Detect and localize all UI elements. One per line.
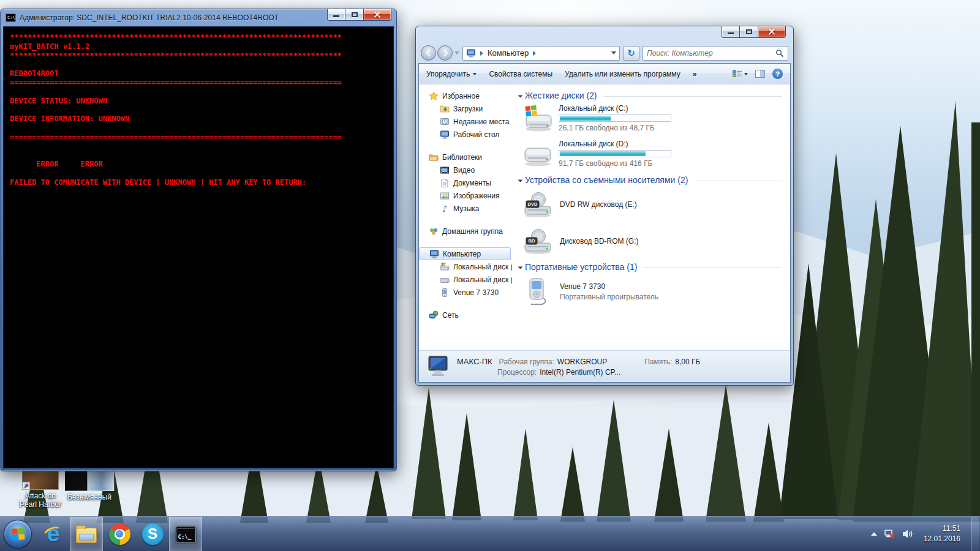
network-icon	[429, 310, 439, 320]
device-item-dvd[interactable]: DVD DVD RW дисковод (E:)	[522, 189, 784, 220]
start-button[interactable]	[4, 520, 32, 548]
taskbar-clock[interactable]: 11:51 12.01.2016	[924, 523, 960, 545]
taskbar-cmd[interactable]: C:\_	[169, 517, 202, 551]
navigation-bar: Компьютер ↻	[416, 43, 793, 63]
chevron-down-icon	[473, 73, 477, 75]
computer-icon	[466, 48, 476, 58]
sidebar-item-music[interactable]: ♪ Музыка	[419, 202, 511, 215]
desktop-icon-label: Pearl Harbor	[4, 500, 77, 509]
forward-button[interactable]	[437, 45, 453, 61]
taskbar-chrome[interactable]	[103, 517, 136, 551]
maximize-button[interactable]	[345, 9, 363, 21]
section-hard-disks-header[interactable]: Жесткие диски (2)	[517, 91, 784, 100]
back-button[interactable]	[421, 45, 436, 61]
navigation-pane: Избранное Загрузки Недавние места Рабочи…	[419, 84, 512, 350]
explorer-caption-buttons	[722, 26, 786, 38]
search-box[interactable]	[643, 46, 788, 61]
address-dropdown-icon[interactable]	[611, 51, 616, 54]
drive-name: Локальный диск (D:)	[559, 140, 671, 148]
organize-menu[interactable]: Упорядочить	[426, 70, 477, 78]
sidebar-item-downloads[interactable]: Загрузки	[419, 102, 511, 115]
pictures-icon	[440, 191, 450, 201]
drive-icon	[440, 275, 450, 285]
free-space-text: 26,1 ГБ свободно из 48,7 ГБ	[559, 124, 671, 132]
portable-device-icon	[440, 288, 450, 298]
sidebar-item-venue-7-3730[interactable]: Venue 7 3730	[419, 286, 511, 299]
system-properties-button[interactable]: Свойства системы	[489, 70, 552, 78]
sidebar-item-local-disk-c[interactable]: Локальный диск (C	[419, 260, 511, 273]
recent-pages-dropdown-icon[interactable]	[454, 51, 459, 54]
system-drive-icon	[440, 262, 450, 272]
capacity-bar	[559, 150, 671, 157]
show-desktop-button[interactable]	[971, 517, 979, 551]
minimize-button[interactable]	[722, 26, 740, 38]
cpu-value: Intel(R) Pentium(R) CP...	[540, 368, 620, 377]
close-button[interactable]	[363, 9, 391, 21]
uninstall-program-button[interactable]: Удалить или изменить программу	[565, 70, 680, 78]
breadcrumb-computer[interactable]: Компьютер	[488, 48, 529, 58]
sidebar-item-pictures[interactable]: Изображения	[419, 189, 511, 202]
downloads-folder-icon	[440, 104, 450, 114]
device-item-bd[interactable]: BD Дисковод BD-ROM (G:)	[522, 225, 784, 257]
network-status-icon[interactable]	[884, 529, 895, 539]
collapse-triangle-icon	[518, 264, 523, 269]
capacity-bar-fill	[560, 116, 611, 121]
maximize-button[interactable]	[740, 26, 758, 38]
taskbar: e S C:\_ 11:51 12.01.2016	[0, 516, 980, 551]
section-removable-header[interactable]: Устройства со съемными носителями (2)	[517, 175, 784, 185]
console-window: C:\ Администратор: SDC_INTEL_ROOTKIT TRI…	[0, 9, 397, 471]
preview-pane-button[interactable]	[755, 70, 765, 78]
section-portable-header[interactable]: Портативные устройства (1)	[517, 262, 784, 272]
screenshot-thumbnail-icon	[64, 470, 115, 491]
refresh-button[interactable]: ↻	[623, 46, 639, 61]
cmd-icon: C:\	[6, 13, 16, 22]
sidebar-item-computer[interactable]: Компьютер	[419, 247, 511, 260]
sidebar-item-libraries[interactable]: Библиотеки	[419, 151, 511, 163]
drive-item-c[interactable]: Локальный диск (C:) 26,1 ГБ свободно из …	[522, 104, 784, 132]
minimize-button[interactable]	[327, 9, 345, 21]
chrome-icon	[109, 523, 130, 545]
sidebar-item-homegroup[interactable]: Домашняя группа	[419, 225, 511, 238]
taskbar-internet-explorer[interactable]: e	[37, 517, 70, 551]
sidebar-item-recent-places[interactable]: Недавние места	[419, 115, 511, 128]
sidebar-item-network[interactable]: Сеть	[419, 309, 511, 321]
system-drive-icon	[522, 104, 554, 132]
computer-icon	[429, 249, 439, 259]
volume-icon[interactable]	[902, 529, 913, 539]
sidebar-item-documents[interactable]: Документы	[419, 176, 511, 189]
console-caption-buttons	[327, 9, 391, 21]
device-item-venue[interactable]: Venue 7 3730 Портативный проигрыватель	[522, 276, 784, 307]
close-button[interactable]	[758, 26, 786, 38]
folder-content: Жесткие диски (2) Локальный диск (C:) 26…	[512, 84, 790, 350]
device-name: Venue 7 3730	[560, 282, 658, 291]
change-view-button[interactable]	[733, 70, 748, 78]
desktop-icon-bezymyannyj[interactable]: Безымянный	[61, 470, 118, 501]
sidebar-item-favorites[interactable]: Избранное	[419, 89, 511, 102]
workgroup-value: WORKGROUP	[557, 358, 607, 366]
collapse-triangle-icon	[518, 177, 523, 182]
search-input[interactable]	[647, 49, 775, 58]
show-hidden-icons-button[interactable]	[871, 532, 877, 536]
help-button[interactable]: ?	[772, 69, 783, 79]
desktop: ↗ Attack on Pearl Harbor Безымянный C:\ …	[0, 0, 980, 551]
breadcrumb-arrow-icon[interactable]	[480, 51, 483, 56]
sidebar-item-video[interactable]: Видео	[419, 163, 511, 176]
console-output[interactable]: ****************************************…	[3, 26, 394, 468]
capacity-bar	[559, 114, 671, 122]
drive-icon	[522, 140, 554, 168]
star-icon	[429, 91, 439, 101]
console-title: Администратор: SDC_INTEL_ROOTKIT TRIAL2 …	[20, 13, 279, 22]
libraries-icon	[429, 152, 439, 162]
desktop-monitor-icon	[440, 130, 450, 140]
sidebar-item-desktop[interactable]: Рабочий стол	[419, 128, 511, 141]
taskbar-skype[interactable]: S	[136, 517, 169, 551]
computer-name: МАКС-ПК	[457, 357, 492, 366]
breadcrumb-arrow-icon[interactable]	[533, 51, 536, 56]
bd-drive-icon: BD	[522, 227, 554, 255]
folder-icon	[76, 528, 97, 543]
address-bar[interactable]: Компьютер	[462, 46, 620, 61]
drive-item-d[interactable]: Локальный диск (D:) 91,7 ГБ свободно из …	[522, 140, 784, 168]
sidebar-item-local-disk-d[interactable]: Локальный диск (D	[419, 273, 511, 286]
taskbar-explorer[interactable]	[70, 517, 103, 551]
toolbar-overflow-chevron[interactable]: »	[693, 70, 697, 78]
